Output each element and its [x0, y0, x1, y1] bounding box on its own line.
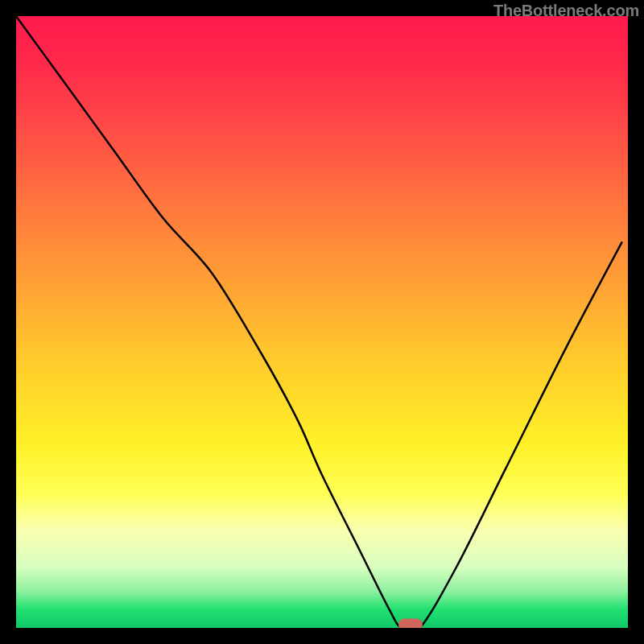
chart-container: TheBottleneck.com [0, 0, 644, 644]
bottleneck-curve [16, 16, 628, 628]
minimum-marker [398, 619, 423, 628]
plot-area [16, 16, 628, 628]
